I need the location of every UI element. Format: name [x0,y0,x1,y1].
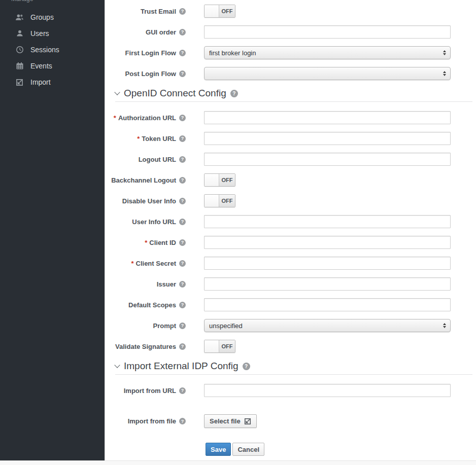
default-scopes-input[interactable] [204,298,451,311]
sidebar-item-import[interactable]: Import [0,74,105,90]
select-file-button[interactable]: Select file [204,414,257,428]
help-icon[interactable] [179,177,186,184]
sidebar-nav: Groups Users Sessions [0,9,105,90]
help-icon[interactable] [179,302,186,308]
help-icon[interactable] [179,70,186,77]
logout-url-input[interactable] [204,153,451,166]
post-login-flow-select[interactable] [204,67,451,80]
client-id-input[interactable] [204,236,451,249]
help-icon[interactable] [243,363,250,370]
section-title: OpenID Connect Config [124,88,226,99]
field-label: Logout URL [105,156,204,163]
form-row-post-login-flow: Post Login Flow [105,67,476,80]
sidebar-item-label: Groups [30,13,54,21]
section-divider [115,101,472,102]
field-label: * Authorization URL [105,114,204,122]
field-label: * Token URL [105,135,204,142]
form-row-gui-order: GUI order [105,25,476,39]
help-icon[interactable] [179,135,186,142]
trust-email-toggle[interactable]: OFF [204,5,235,18]
sidebar-item-groups[interactable]: Groups [0,9,105,25]
field-label: User Info URL [105,218,204,226]
form-row-client-id: * Client ID [105,236,476,249]
required-marker: * [145,239,147,246]
first-login-flow-select[interactable]: first broker login [204,46,451,59]
toggle-state-label: OFF [219,174,235,186]
form-row-disable-user-info: Disable User Info OFF [105,194,476,207]
select-arrows-icon [443,323,446,328]
cancel-button[interactable]: Cancel [232,443,264,456]
help-icon[interactable] [179,156,186,163]
form-row-import-from-url: Import from URL [105,384,476,397]
backchannel-logout-toggle[interactable]: OFF [204,173,235,187]
sidebar-item-events[interactable]: Events [0,58,105,74]
token-url-input[interactable] [204,132,451,145]
save-button[interactable]: Save [206,443,231,456]
import-from-url-input[interactable] [204,384,451,397]
select-arrows-icon [443,50,446,55]
chevron-down-icon [114,89,120,95]
client-secret-input[interactable] [204,257,451,270]
help-icon[interactable] [179,418,186,424]
toggle-state-label: OFF [219,340,235,352]
sidebar-item-label: Events [30,62,52,70]
clock-icon [15,46,24,54]
help-icon[interactable] [179,198,186,204]
issuer-input[interactable] [204,277,451,291]
form-row-issuer: Issuer [105,277,476,291]
form-row-backchannel-logout: Backchannel Logout OFF [105,173,476,187]
gui-order-input[interactable] [204,25,451,39]
disable-user-info-toggle[interactable]: OFF [204,194,235,207]
form-row-trust-email: Trust Email OFF [105,5,476,18]
help-icon[interactable] [179,50,186,56]
help-icon[interactable] [179,260,186,267]
field-label: GUI order [105,28,204,36]
toggle-knob [205,174,219,186]
sidebar-item-label: Import [30,78,51,86]
help-icon[interactable] [230,90,238,97]
validate-signatures-toggle[interactable]: OFF [204,340,235,353]
form-row-first-login-flow: First Login Flow first broker login [105,46,476,59]
form-row-prompt: Prompt unspecified [105,319,476,332]
authorization-url-input[interactable] [204,111,451,124]
form-row-logout-url: Logout URL [105,153,476,166]
help-icon[interactable] [179,281,186,288]
idp-settings-form: Trust Email OFF GUI order First Login Fl… [105,0,476,460]
toggle-knob [205,5,219,17]
field-label: Default Scopes [105,301,204,309]
field-label: Import from file [105,417,204,425]
help-icon[interactable] [179,323,186,329]
import-icon [15,78,24,87]
sidebar-item-users[interactable]: Users [0,25,105,42]
field-label: Backchannel Logout [105,176,204,184]
field-label: Disable User Info [105,197,204,205]
users-icon [15,13,24,22]
help-icon[interactable] [179,219,186,225]
form-row-authorization-url: * Authorization URL [105,111,476,124]
user-info-url-input[interactable] [204,215,451,228]
select-arrows-icon [443,71,446,76]
field-label: Issuer [105,280,204,288]
help-icon[interactable] [179,239,186,246]
prompt-select[interactable]: unspecified [204,319,451,332]
section-header-oidc-config[interactable]: OpenID Connect Config [115,88,476,99]
section-divider [115,374,472,375]
field-label: First Login Flow [105,49,204,57]
chevron-down-icon [114,362,120,368]
help-icon[interactable] [179,29,186,35]
calendar-icon [15,62,24,70]
help-icon[interactable] [179,8,186,15]
sidebar-item-label: Sessions [30,46,59,54]
form-row-validate-signatures: Validate Signatures OFF [105,340,476,353]
sidebar-item-label: Users [30,29,49,38]
toggle-state-label: OFF [219,195,235,207]
form-actions: Save Cancel [105,443,476,456]
help-icon[interactable] [179,115,186,121]
help-icon[interactable] [179,387,186,394]
toggle-knob [205,195,219,207]
section-header-import-idp-config[interactable]: Import External IDP Config [115,361,476,372]
sidebar: Manage Groups Users [0,0,105,460]
help-icon[interactable] [179,343,186,350]
import-icon [244,418,251,425]
sidebar-item-sessions[interactable]: Sessions [0,42,105,58]
